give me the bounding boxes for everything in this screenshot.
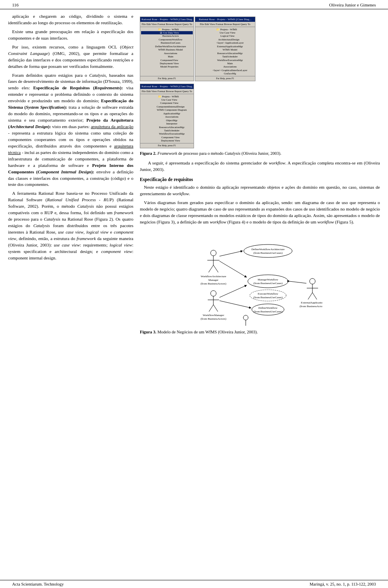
footer-right: Maringá, v. 25, no. 1, p. 113-122, 2003 — [310, 582, 376, 586]
page-number: 116 — [12, 2, 19, 7]
svg-text:(from BusinessUseCases): (from BusinessUseCases) — [253, 310, 283, 313]
svg-text:ExternalApplication: ExternalApplication — [301, 301, 323, 304]
svg-text:(from BusinessUseCases): (from BusinessUseCases) — [253, 282, 283, 285]
page-footer: Acta Scientiarum. Technology Maringá, v.… — [0, 580, 388, 588]
svg-point-39 — [243, 315, 248, 320]
svg-line-35 — [289, 281, 306, 283]
svg-line-31 — [308, 293, 312, 299]
svg-point-16 — [211, 291, 216, 296]
rr-screen-2: Rational Rose - Projeto - WfMS [Class Di… — [195, 17, 255, 81]
svg-text:WorkflowManager: WorkflowManager — [202, 314, 224, 317]
journal-title: Oliveira Junior e Gimenes — [329, 2, 376, 7]
page-header: 116 Oliveira Junior e Gimenes — [0, 0, 388, 9]
left-p2: Existe uma grande preocupação em relação… — [8, 29, 133, 42]
svg-line-19 — [209, 305, 213, 312]
figure3-container: WorkflowArchitecture Manager (from Busin… — [140, 229, 380, 335]
svg-point-28 — [310, 278, 315, 284]
section-heading-requisitos: Especificação de requisitos — [140, 176, 380, 183]
svg-line-20 — [213, 305, 218, 312]
svg-point-12 — [248, 275, 288, 288]
rr-menubar-1: File Edit View Format Browse Report Quer… — [140, 22, 194, 27]
svg-text:Manager: Manager — [209, 278, 219, 282]
svg-point-8 — [244, 244, 292, 257]
svg-text:(from BusinessUseCases): (from BusinessUseCases) — [253, 296, 283, 299]
right-p1: A seguir, é apresentada a especificação … — [140, 160, 380, 173]
svg-text:(from BusinessActors): (from BusinessActors) — [299, 305, 323, 308]
right-p3: Vários diagramas foram gerados para espe… — [140, 200, 380, 226]
svg-line-32 — [312, 293, 317, 299]
figure2-caption-text: Framework — [157, 151, 177, 156]
svg-line-11 — [219, 251, 242, 256]
rr-screen-3: Rational Rose - Projeto - WfMS [Class Di… — [140, 84, 194, 148]
figure2-caption: Figura 2. Framework de processo para o m… — [140, 151, 380, 157]
right-p2: Neste estágio é identificado o domínio d… — [140, 184, 380, 197]
svg-point-36 — [250, 290, 286, 301]
svg-line-27 — [219, 301, 251, 308]
left-p4: Foram definidos quatro estágios para o C… — [8, 72, 133, 188]
left-p5: A ferramenta Rational Rose baseia-se no … — [8, 190, 133, 261]
figure2-container: Rational Rose - Projeto - WfMS [Class Di… — [140, 17, 380, 157]
rr-content-1: 📁 Projeto - WfMS 🗂 Use Data View Busines… — [140, 27, 194, 70]
svg-text:(from BusinessActors): (from BusinessActors) — [200, 317, 226, 320]
svg-point-24 — [252, 304, 284, 315]
left-column: aplicação e chegarem ao código, dividind… — [8, 13, 133, 338]
content-area: aplicação e chegarem ao código, dividind… — [0, 9, 388, 338]
right-column: Rational Rose - Projeto - WfMS [Class Di… — [140, 13, 380, 338]
svg-text:(from BusinessActors): (from BusinessActors) — [200, 282, 226, 285]
rr-titlebar-1: Rational Rose - Projeto - WfMS [Class Di… — [140, 17, 194, 22]
figure2-label: Figura 2. — [140, 151, 156, 156]
svg-text:DefineWorkflow: DefineWorkflow — [258, 306, 278, 310]
svg-text:ManageWorkflow: ManageWorkflow — [258, 278, 279, 281]
svg-point-0 — [211, 250, 216, 256]
figure3-caption: Figura 3. Modelo de Negócios de um WfMS … — [140, 329, 380, 335]
svg-text:WorkflowArchitecture: WorkflowArchitecture — [200, 275, 226, 278]
svg-line-3 — [209, 265, 213, 272]
figure2-screenshots-row2: Rational Rose - Projeto - WfMS [Class Di… — [140, 84, 380, 148]
figure3-caption-text: Modelo de Negócios de um WfMS (Oliveira … — [157, 330, 257, 334]
figure3-label: Figura 3. — [140, 330, 156, 334]
svg-text:ExecuteWorkflow: ExecuteWorkflow — [258, 292, 279, 295]
rr-screen-1: Rational Rose - Projeto - WfMS [Class Di… — [140, 17, 194, 81]
figure3-diagram: WorkflowArchitecture Manager (from Busin… — [197, 229, 323, 326]
svg-line-4 — [213, 265, 218, 272]
svg-text:(from BusinessUseCases): (from BusinessUseCases) — [253, 251, 283, 255]
svg-text:DefineWorkflowArchitecture: DefineWorkflowArchitecture — [251, 248, 285, 251]
footer-left: Acta Scientiarum. Technology — [12, 582, 64, 586]
left-p1: aplicação e chegarem ao código, dividind… — [8, 13, 133, 26]
left-p3: Por isso, existem recursos, como a lingu… — [8, 44, 133, 70]
figure2-screenshots-row1: Rational Rose - Projeto - WfMS [Class Di… — [140, 17, 380, 81]
svg-line-23 — [219, 285, 247, 297]
